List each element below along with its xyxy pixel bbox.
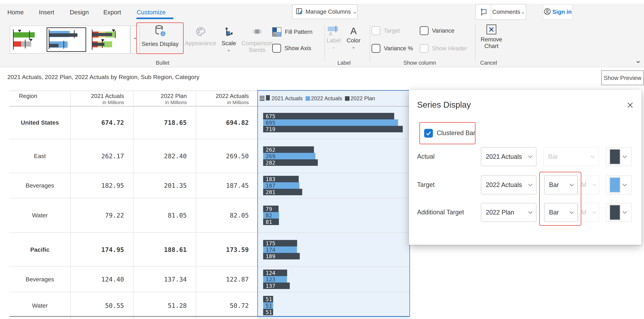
tab-export[interactable]: Export	[103, 7, 121, 17]
bar-2021-actuals[interactable]: 51	[263, 296, 273, 302]
chart-cell[interactable]: 515151	[258, 292, 410, 319]
series-display-button[interactable]: Series Display	[140, 25, 180, 47]
value-cell[interactable]: 79.22	[70, 198, 134, 232]
show-axis-toggle[interactable]: Show Axis	[272, 44, 311, 53]
target-color-swatch-dropdown[interactable]	[606, 175, 632, 194]
show-preview-button[interactable]: Show Preview	[601, 71, 644, 85]
row-label[interactable]: United States	[10, 106, 70, 139]
bar-2021-actuals[interactable]: 175	[263, 240, 297, 246]
comparison-bands-button[interactable]: Comparison Bands	[240, 26, 275, 53]
actual-series-dropdown[interactable]: 2021 Actuals	[481, 147, 536, 166]
appearance-button[interactable]: Appearance	[184, 26, 217, 47]
show-header-column-toggle[interactable]: Show Header	[420, 44, 467, 53]
bar-2022-actuals[interactable]: 82	[263, 212, 279, 219]
value-cell[interactable]: 174.95	[70, 233, 134, 266]
tab-customize[interactable]: Customize	[137, 7, 166, 17]
target-checkbox[interactable]	[372, 26, 380, 35]
value-cell[interactable]: 173.59	[196, 233, 258, 266]
value-cell[interactable]: 282.40	[134, 139, 196, 173]
bar-2021-actuals[interactable]: 675	[263, 113, 394, 119]
column-header-2022-actuals[interactable]: 2022 Actuals in Millions	[196, 91, 258, 106]
row-label[interactable]: Water	[10, 292, 70, 319]
chart-cell[interactable]: 183187201	[258, 173, 410, 198]
bar-2022-actuals[interactable]: 269	[263, 153, 315, 159]
chart-cell[interactable]: 124123137	[258, 267, 410, 292]
bar-2022-plan[interactable]: 81	[263, 219, 279, 225]
value-cell[interactable]: 694.82	[196, 106, 258, 139]
target-unit-dropdown[interactable]: M	[578, 175, 599, 194]
value-cell[interactable]: 50.72	[196, 292, 258, 319]
bar-2022-plan[interactable]: 137	[263, 282, 290, 289]
variance-pct-column-toggle[interactable]: Variance %	[372, 44, 413, 53]
fill-pattern-toggle[interactable]: Fill Pattern	[272, 27, 312, 37]
row-label[interactable]: Beverages	[10, 173, 70, 198]
tab-insert[interactable]: Insert	[39, 7, 54, 17]
bar-2022-plan[interactable]: 282	[263, 159, 318, 166]
scale-button[interactable]: Scale ⌄	[219, 26, 239, 52]
bar-2021-actuals[interactable]: 79	[263, 206, 278, 212]
value-cell[interactable]: 81.05	[134, 198, 196, 232]
chart-legend-cell[interactable]: 2021 Actuals2022 Actuals2022 Plan	[258, 91, 410, 106]
target-column-toggle[interactable]: Target	[372, 26, 400, 35]
value-cell[interactable]: 269.50	[196, 139, 258, 173]
style-thumbnail-clustered-selected[interactable]	[46, 27, 86, 52]
close-icon[interactable]	[626, 101, 634, 109]
variance-checkbox[interactable]	[420, 26, 428, 35]
bar-2022-actuals[interactable]: 695	[263, 119, 398, 126]
bar-2021-actuals[interactable]: 183	[263, 176, 299, 182]
row-label[interactable]: Pacific	[10, 233, 70, 266]
label-button[interactable]: A Label ⌄	[326, 26, 341, 50]
value-cell[interactable]: 201.35	[134, 173, 196, 198]
value-cell[interactable]: 137.34	[134, 267, 196, 292]
bar-2022-actuals[interactable]: 51	[263, 302, 273, 309]
value-cell[interactable]: 262.17	[70, 139, 134, 173]
variance-pct-checkbox[interactable]	[372, 44, 380, 53]
color-button[interactable]: A Color ⌄	[346, 26, 362, 50]
row-label[interactable]: Beverages	[10, 267, 70, 292]
bar-2022-actuals[interactable]: 123	[263, 276, 287, 282]
value-cell[interactable]: 188.61	[134, 233, 196, 266]
value-cell[interactable]: 122.87	[196, 267, 258, 292]
chart-cell[interactable]: 262269282	[258, 139, 410, 173]
value-cell[interactable]: 82.05	[196, 198, 258, 232]
style-thumbnail-bands[interactable]	[91, 28, 126, 51]
bar-2021-actuals[interactable]: 124	[263, 269, 287, 276]
value-cell[interactable]: 674.72	[70, 106, 134, 139]
bar-2022-actuals[interactable]: 174	[263, 246, 297, 253]
bar-2022-plan[interactable]: 201	[263, 189, 302, 195]
additional-target-unit-dropdown[interactable]: M	[578, 203, 599, 222]
value-cell[interactable]: 718.65	[134, 106, 196, 139]
column-header-2021-actuals[interactable]: 2021 Actuals in Millions	[70, 91, 134, 106]
sign-in-button[interactable]: Sign in	[543, 4, 572, 20]
chart-cell[interactable]: 175174189	[258, 233, 410, 266]
value-cell[interactable]: 50.55	[70, 292, 134, 319]
additional-target-series-dropdown[interactable]: 2022 Plan	[481, 203, 536, 222]
manage-columns-button[interactable]: Manage Columns ⌄	[292, 5, 358, 19]
bar-2022-plan[interactable]: 189	[263, 253, 300, 259]
remove-chart-button[interactable]: Remove Chart	[480, 25, 503, 50]
actual-style-dropdown[interactable]: Bar	[543, 147, 599, 166]
additional-target-color-swatch-dropdown[interactable]	[606, 203, 632, 222]
show-axis-checkbox[interactable]	[272, 44, 281, 53]
actual-color-swatch-dropdown[interactable]	[606, 147, 632, 166]
value-cell[interactable]: 51.28	[134, 292, 196, 319]
row-label[interactable]: Water	[10, 198, 70, 232]
tab-home[interactable]: Home	[7, 7, 24, 17]
row-label[interactable]: East	[10, 139, 70, 173]
bar-2021-actuals[interactable]: 262	[263, 146, 314, 153]
additional-target-style-dropdown[interactable]: Bar	[544, 203, 578, 222]
comments-button[interactable]: Comments ⌄	[476, 4, 526, 20]
bar-2022-plan[interactable]: 51	[263, 309, 273, 315]
target-style-dropdown[interactable]: Bar	[544, 175, 578, 194]
bar-2022-actuals[interactable]: 187	[263, 182, 300, 189]
bar-2022-plan[interactable]: 719	[263, 126, 403, 132]
chart-cell[interactable]: 798281	[258, 198, 410, 232]
variance-column-toggle[interactable]: Variance	[420, 26, 454, 35]
chart-cell[interactable]: 675695719	[258, 106, 410, 139]
column-header-2022-plan[interactable]: 2022 Plan in Millions	[134, 91, 196, 106]
value-cell[interactable]: 124.40	[70, 267, 134, 292]
value-cell[interactable]: 187.45	[196, 173, 258, 198]
tab-design[interactable]: Design	[70, 7, 89, 17]
value-cell[interactable]: 182.95	[70, 173, 134, 198]
clustered-bar-checkbox[interactable]	[424, 129, 433, 138]
